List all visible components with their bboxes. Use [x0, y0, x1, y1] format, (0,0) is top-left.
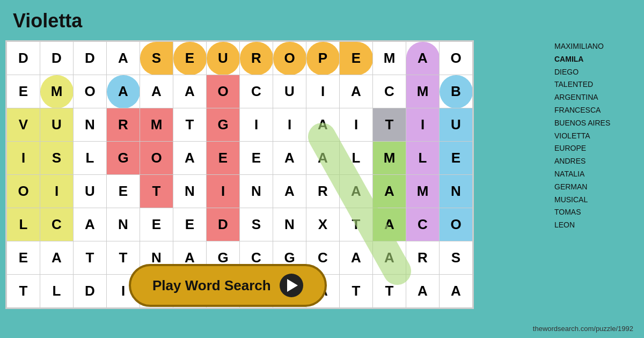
cell-4-3: E: [107, 175, 140, 208]
cell-7-12: A: [406, 275, 440, 308]
cell-6-12: R: [406, 241, 440, 275]
cell-7-0: T: [7, 275, 40, 308]
cell-2-7: I: [240, 108, 273, 142]
page-title: Violetta: [13, 10, 82, 32]
cell-3-2: L: [74, 142, 107, 175]
play-icon: [280, 274, 303, 297]
word-natalia: NATALIA: [554, 168, 638, 181]
cell-5-1: C: [40, 208, 74, 241]
cell-7-1: L: [40, 275, 74, 308]
word-maximiliano: MAXIMILIANO: [554, 40, 638, 53]
cell-2-5: T: [173, 108, 207, 142]
cell-5-3: N: [107, 208, 140, 241]
cell-2-6: G: [207, 108, 240, 142]
cell-2-0: V: [7, 108, 40, 142]
cell-5-8: N: [273, 208, 306, 241]
cell-5-2: A: [74, 208, 107, 241]
cell-2-13: U: [440, 108, 473, 142]
cell-1-12: M: [406, 75, 440, 108]
cell-1-3: A: [107, 75, 140, 108]
cell-5-6: D: [207, 208, 240, 241]
cell-3-12: L: [406, 142, 440, 175]
word-german: GERMAN: [554, 181, 638, 194]
cell-1-5: A: [173, 75, 207, 108]
play-word-search-button[interactable]: Play Word Search: [129, 264, 327, 307]
cell-4-12: M: [406, 175, 440, 208]
cell-3-3: G: [107, 142, 140, 175]
cell-0-6: U: [207, 42, 240, 75]
cell-2-11: T: [373, 108, 406, 142]
cell-2-4: M: [140, 108, 173, 142]
cell-1-2: O: [74, 75, 107, 108]
cell-4-4: T: [140, 175, 173, 208]
word-diego: DIEGO: [554, 66, 638, 79]
cell-4-6: I: [207, 175, 240, 208]
cell-1-4: A: [140, 75, 173, 108]
cell-4-7: N: [240, 175, 273, 208]
cell-4-1: I: [40, 175, 74, 208]
cell-2-10: I: [340, 108, 373, 142]
cell-6-0: E: [7, 241, 40, 275]
footer-url: thewordsearch.com/puzzle/1992: [533, 325, 633, 333]
cell-7-2: D: [74, 275, 107, 308]
cell-4-10: A: [340, 175, 373, 208]
cell-3-0: I: [7, 142, 40, 175]
cell-1-13: B: [440, 75, 473, 108]
cell-3-13: E: [440, 142, 473, 175]
cell-1-7: C: [240, 75, 273, 108]
cell-0-2: D: [74, 42, 107, 75]
cell-5-7: S: [240, 208, 273, 241]
cell-4-0: O: [7, 175, 40, 208]
cell-0-3: A: [107, 42, 140, 75]
cell-0-7: R: [240, 42, 273, 75]
cell-3-1: S: [40, 142, 74, 175]
word-buenos-aires: BUENOS AIRES: [554, 117, 638, 130]
cell-4-8: A: [273, 175, 306, 208]
cell-1-0: E: [7, 75, 40, 108]
cell-0-9: P: [306, 42, 340, 75]
cell-3-7: E: [240, 142, 273, 175]
cell-0-1: D: [40, 42, 74, 75]
cell-0-0: D: [7, 42, 40, 75]
word-camila: CAMILA: [554, 53, 638, 66]
cell-4-5: N: [173, 175, 207, 208]
cell-6-1: A: [40, 241, 74, 275]
cell-6-10: A: [340, 241, 373, 275]
cell-1-10: A: [340, 75, 373, 108]
cell-7-10: T: [340, 275, 373, 308]
word-violetta: VIOLETTA: [554, 130, 638, 143]
cell-5-9: X: [306, 208, 340, 241]
cell-0-8: O: [273, 42, 306, 75]
play-button-container: Play Word Search: [129, 264, 327, 307]
cell-2-3: R: [107, 108, 140, 142]
cell-5-10: T: [340, 208, 373, 241]
play-triangle-icon: [287, 279, 298, 292]
cell-1-1: M: [40, 75, 74, 108]
cell-1-9: I: [306, 75, 340, 108]
word-talented: TALENTED: [554, 78, 638, 91]
play-button-label: Play Word Search: [152, 277, 271, 294]
word-musical: MUSICAL: [554, 194, 638, 207]
cell-2-12: I: [406, 108, 440, 142]
cell-1-6: O: [207, 75, 240, 108]
cell-7-11: T: [373, 275, 406, 308]
cell-6-13: S: [440, 241, 473, 275]
cell-1-11: C: [373, 75, 406, 108]
cell-3-10: L: [340, 142, 373, 175]
cell-4-9: R: [306, 175, 340, 208]
cell-0-5: E: [173, 42, 207, 75]
word-andres: ANDRES: [554, 155, 638, 168]
cell-6-2: T: [74, 241, 107, 275]
cell-5-4: E: [140, 208, 173, 241]
cell-5-11: A: [373, 208, 406, 241]
cell-3-11: M: [373, 142, 406, 175]
cell-5-12: C: [406, 208, 440, 241]
cell-3-9: A: [306, 142, 340, 175]
cell-5-13: O: [440, 208, 473, 241]
cell-6-11: A: [373, 241, 406, 275]
cell-1-8: U: [273, 75, 306, 108]
word-tomas: TOMAS: [554, 206, 638, 219]
cell-3-5: A: [173, 142, 207, 175]
cell-5-0: L: [7, 208, 40, 241]
cell-3-4: O: [140, 142, 173, 175]
